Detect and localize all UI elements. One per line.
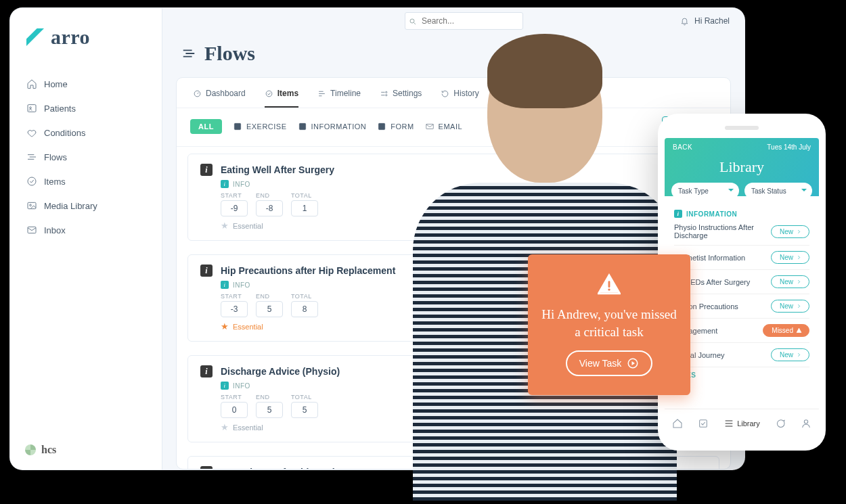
info-icon: i [221,281,229,289]
svg-point-15 [608,289,610,291]
brand-name: arro [51,26,90,49]
phone-select-status[interactable]: Task Status [744,183,812,199]
end-input[interactable]: 5 [256,402,283,418]
phone-tab-profile[interactable] [801,418,811,429]
tab-dashboard[interactable]: Dashboard [193,89,246,108]
svg-point-1 [30,107,32,109]
nav-label: Flows [44,152,67,162]
filter-all[interactable]: ALL [190,119,222,134]
nav-patients[interactable]: Patients [18,96,154,120]
start-input[interactable]: 0 [221,402,248,418]
phone-section-info: iINFORMATION [674,210,809,218]
brand-arrow-icon [26,28,44,46]
nav-inbox[interactable]: Inbox [18,218,154,242]
phone-tab-chat[interactable] [775,418,786,429]
phone-tab-library[interactable]: Library [723,418,760,429]
hcs-logo-icon [25,444,36,455]
tab-timeline[interactable]: Timeline [317,89,361,108]
svg-rect-5 [28,227,36,233]
filter-label: EXERCISE [246,122,287,131]
card-type-icon: i [200,466,213,469]
tab-items[interactable]: Items [265,89,298,108]
nav-label: Patients [44,104,76,114]
phone-tab-tasks[interactable] [698,418,709,429]
sidebar-footer: hcs [10,430,162,469]
user-greeting-text: Hi Rachel [694,16,730,26]
phone-library-row[interactable]: Management Missed [674,319,809,343]
end-input[interactable]: 5 [256,301,283,317]
phone-library-row[interactable]: aesthetist Information New [674,246,809,270]
star-icon: ★ [221,321,229,331]
card-title: Discharge Advice (Physio) [221,366,340,377]
user-greeting[interactable]: Hi Rachel [680,16,730,26]
nav-conditions[interactable]: Conditions [18,120,154,145]
nav-items[interactable]: Items [18,169,154,193]
field-label: START [221,293,248,300]
svg-point-4 [30,204,32,206]
card-type-icon: i [200,164,213,176]
info-icon: i [221,382,229,390]
patients-icon [26,103,37,114]
nav-label: Items [44,177,66,187]
card-title: Hip Precautions after Hip Replacement [221,265,395,276]
flows-icon [26,152,37,162]
media-icon [26,200,37,211]
new-badge: New [771,251,809,264]
start-input[interactable]: -3 [221,301,248,317]
info-icon: i [221,180,229,188]
card-menu-button[interactable]: ••• [695,466,709,469]
phone-title: Library [665,158,819,176]
new-badge: New [771,348,809,361]
svg-point-18 [804,419,807,423]
svg-rect-17 [700,419,707,427]
phone-library-row[interactable]: otional Journey New [674,343,809,367]
field-label: START [221,192,248,199]
missed-task-alert: Hi Andrew, you've missed a critical task… [528,254,690,395]
phone-header: BACK Tues 14th July Library Task Type Ta… [665,138,819,196]
filter-information[interactable]: INFORMATION [298,122,367,131]
search-icon [409,16,417,24]
total-value: 5 [291,402,318,418]
svg-point-8 [266,91,272,97]
field-label: TOTAL [291,293,318,300]
phone-select-label: Task Type [678,187,709,195]
total-value: 8 [291,301,318,317]
view-task-button[interactable]: View Task [566,350,653,376]
phone-tab-home[interactable] [672,418,683,429]
card-title: Eating Well After Surgery [221,164,334,175]
play-circle-icon [627,357,639,369]
nav-label: Inbox [44,225,66,235]
items-icon [26,176,37,187]
phone-library-row[interactable]: Physio Instructions After Discharge New [674,218,809,246]
new-badge: New [771,300,809,313]
filter-label: INFORMATION [311,122,367,131]
phone-section-label: INFORMATION [686,210,737,218]
sidebar: arro Home Patients Conditions Flows Item… [10,8,162,469]
svg-rect-13 [379,123,385,129]
field-label: START [221,394,248,400]
start-input[interactable]: -9 [221,200,248,216]
star-icon: ★ [221,422,229,432]
missed-badge: Missed [763,324,809,337]
phone-library-row[interactable]: On TEDs After Surgery New [674,270,809,294]
phone-row-label: Physio Instructions After Discharge [674,223,769,239]
svg-point-2 [28,177,36,185]
nav-media[interactable]: Media Library [18,193,154,218]
field-label: END [256,394,283,400]
info-icon: i [674,210,682,218]
field-label: END [256,192,283,199]
nav-label: Home [44,79,68,89]
phone-back-button[interactable]: BACK [673,143,692,151]
nav-flows[interactable]: Flows [18,145,154,169]
nav-home[interactable]: Home [18,72,154,96]
end-input[interactable]: -8 [256,200,283,216]
field-label: END [256,293,283,300]
phone-library-row[interactable]: eration Precautions New [674,294,809,319]
filter-exercise[interactable]: EXERCISE [233,122,287,131]
svg-rect-12 [299,123,305,129]
svg-rect-11 [234,123,240,129]
phone-select-type[interactable]: Task Type [671,183,739,199]
card-type-icon: i [200,265,213,277]
flows-icon [181,46,196,61]
phone-date: Tues 14th July [767,143,811,151]
